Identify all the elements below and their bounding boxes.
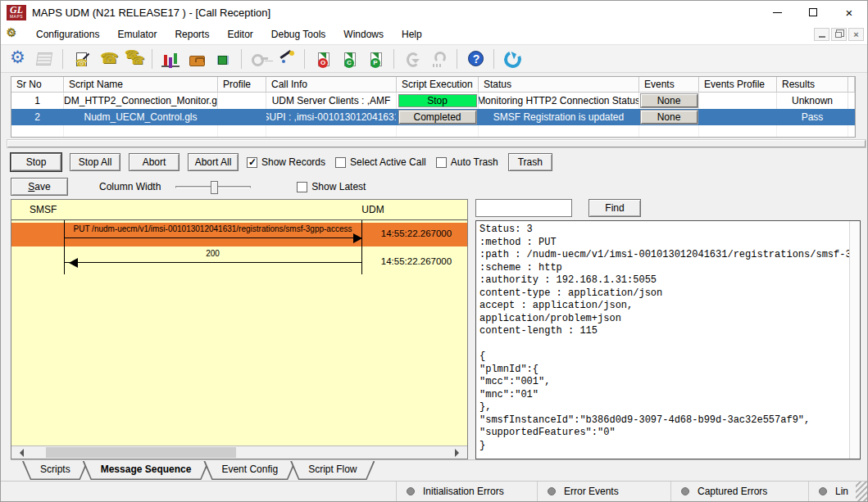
toolbar-statistics-button[interactable]: [158, 47, 183, 70]
column-width-slider[interactable]: [175, 186, 251, 188]
checkbox-unchecked-icon: [335, 157, 346, 168]
checkbox-unchecked-icon: [297, 182, 307, 192]
menu-editor[interactable]: Editor: [218, 26, 261, 43]
toolbar-refresh-button[interactable]: [500, 47, 525, 70]
captured-errors-indicator[interactable]: Captured Errors: [670, 482, 808, 501]
col-profile[interactable]: Profile: [218, 77, 266, 93]
toolbar-continue-scripts-button[interactable]: [337, 47, 361, 70]
message-detail-content[interactable]: Status: 3 :method : PUT :path : /nudm-ue…: [476, 221, 849, 459]
events-button[interactable]: None: [641, 94, 698, 107]
led-icon: [681, 487, 689, 495]
scrollbar-thumb[interactable]: [46, 447, 236, 458]
tab-scripts[interactable]: Scripts: [22, 461, 89, 480]
menu-help[interactable]: Help: [393, 26, 431, 43]
col-sr-no[interactable]: Sr No: [11, 77, 64, 93]
save-button[interactable]: Save: [11, 178, 68, 196]
col-script-execution[interactable]: Script Execution: [397, 77, 479, 93]
scroll-right-arrow-icon[interactable]: [455, 449, 463, 457]
sequence-horizontal-scrollbar[interactable]: [11, 445, 467, 459]
auto-trash-checkbox[interactable]: Auto Trash: [436, 156, 498, 168]
table-row-2-selected[interactable]: 2 Nudm_UECM_Control.gls SUPI : ,imsi-001…: [11, 109, 855, 125]
led-icon: [407, 487, 415, 495]
col-events-profile[interactable]: Events Profile: [699, 77, 777, 93]
toolbar-key-button[interactable]: [248, 47, 272, 70]
menu-debug-tools[interactable]: Debug Tools: [262, 26, 335, 43]
save-label: Save: [28, 181, 50, 192]
link-label: Lin: [835, 486, 848, 497]
tab-script-flow-label: Script Flow: [290, 461, 375, 478]
trash-button[interactable]: Trash: [508, 153, 552, 171]
scripts-table: Sr No Script Name Profile Call Info Scri…: [11, 76, 856, 138]
show-latest-checkbox[interactable]: Show Latest: [297, 181, 366, 192]
col-call-info[interactable]: Call Info: [266, 77, 397, 93]
toolbar-call-reception-button[interactable]: [121, 47, 146, 70]
menu-emulator[interactable]: Emulator: [108, 26, 166, 43]
select-active-call-checkbox[interactable]: Select Active Call: [335, 156, 426, 168]
maps-udm-window: GL MAPS MAPS UDM (N21 RELEASE17 ) - [Cal…: [0, 0, 868, 502]
menu-windows[interactable]: Windows: [334, 26, 393, 43]
tab-message-sequence-label: Message Sequence: [83, 461, 210, 478]
tab-event-config[interactable]: Event Config: [203, 461, 296, 480]
error-events-indicator[interactable]: Error Events: [537, 482, 670, 501]
resize-grip[interactable]: [856, 482, 867, 501]
slider-thumb[interactable]: [211, 181, 218, 194]
mdi-minimize-button[interactable]: [814, 28, 829, 41]
toolbar-unlink-button[interactable]: [426, 47, 451, 70]
link-indicator[interactable]: Lin: [808, 482, 856, 501]
col-script-name[interactable]: Script Name: [64, 77, 218, 93]
maximize-button[interactable]: [795, 2, 831, 23]
horizontal-splitter[interactable]: [7, 140, 866, 147]
toolbar-call-generation-button[interactable]: [95, 47, 120, 70]
mdi-minimize-icon: [819, 36, 825, 38]
initialisation-errors-indicator[interactable]: Initialisation Errors: [396, 482, 537, 501]
detail-vertical-scrollbar[interactable]: [849, 221, 860, 459]
events-button[interactable]: None: [641, 111, 698, 124]
col-events[interactable]: Events: [639, 77, 699, 93]
menu-reports[interactable]: Reports: [166, 26, 218, 43]
toolbar-profile-button[interactable]: [32, 47, 57, 70]
bar-chart-icon: [161, 51, 180, 67]
checkbox-checked-icon: [247, 157, 257, 168]
find-button[interactable]: Find: [589, 199, 641, 217]
find-input[interactable]: [475, 199, 572, 217]
stop-button[interactable]: Stop: [11, 153, 61, 171]
menu-configurations[interactable]: Configurations: [27, 26, 108, 43]
minimize-button[interactable]: [759, 2, 795, 23]
toolbar-profiles-button[interactable]: [184, 47, 209, 70]
col-results[interactable]: Results: [777, 77, 848, 93]
cell-events: None: [639, 109, 699, 125]
toolbar-stop-scripts-button[interactable]: [311, 47, 335, 70]
col-status[interactable]: Status: [479, 77, 639, 93]
show-records-label: Show Records: [261, 156, 325, 168]
mdi-restore-button[interactable]: [831, 28, 847, 41]
toolbar-help-button[interactable]: [463, 47, 488, 70]
double-phone-icon: [125, 51, 143, 67]
mdi-close-button[interactable]: ×: [848, 28, 864, 41]
toolbar-client-server-button[interactable]: [211, 47, 235, 70]
toolbar-pause-scripts-button[interactable]: [363, 47, 388, 70]
scroll-left-arrow-icon[interactable]: [16, 449, 24, 457]
lower-panes: SMSF UDM PUT /nudm-uecm/v1/imsi-00101301…: [11, 199, 861, 459]
toolbar-settings-button[interactable]: [6, 47, 30, 70]
briefcase-icon: [189, 56, 205, 66]
vertical-splitter[interactable]: [468, 199, 475, 459]
toolbar-script-editor-button[interactable]: [69, 47, 93, 70]
tab-message-sequence[interactable]: Message Sequence: [83, 461, 210, 480]
toolbar-link-button[interactable]: [400, 47, 425, 70]
abort-button[interactable]: Abort: [129, 153, 180, 171]
arrow-right-icon: [353, 233, 367, 243]
toolbar-wizard-button[interactable]: [274, 47, 298, 70]
message-2-label[interactable]: 200: [64, 249, 361, 258]
show-records-checkbox[interactable]: Show Records: [247, 156, 325, 168]
pause-script-doc-icon: [370, 52, 382, 66]
toolbar-separator: [241, 49, 242, 69]
cell-events-profile: [699, 109, 777, 125]
message-sequence-pane: SMSF UDM PUT /nudm-uecm/v1/imsi-00101301…: [11, 199, 468, 459]
abort-all-button[interactable]: Abort All: [188, 153, 239, 171]
message-1-label[interactable]: PUT /nudm-uecm/v1/imsi-001013012041631/r…: [64, 224, 361, 233]
mdi-restore-icon: [835, 32, 842, 38]
close-button[interactable]: ×: [831, 2, 867, 23]
stop-all-button[interactable]: Stop All: [70, 153, 120, 171]
tab-script-flow[interactable]: Script Flow: [290, 461, 375, 480]
table-row-1[interactable]: 1 UDM_HTTP2_Connection_Monitor.gls UDM S…: [11, 93, 855, 109]
